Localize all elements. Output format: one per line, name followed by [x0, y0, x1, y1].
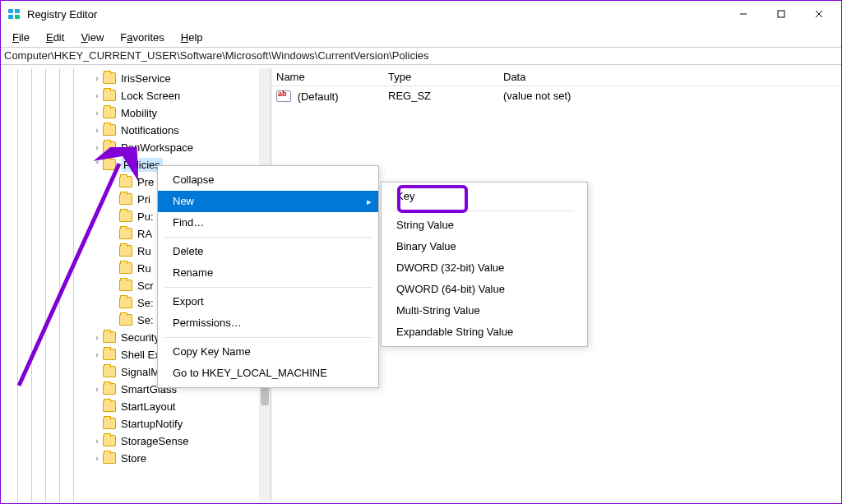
tree-node-irisservice[interactable]: ›IrisService	[2, 70, 259, 87]
folder-icon	[103, 90, 116, 101]
folder-icon	[103, 366, 116, 377]
svg-rect-0	[8, 9, 13, 13]
expand-icon[interactable]: ˅	[91, 156, 103, 173]
expand-icon[interactable]: ›	[91, 87, 103, 104]
tree-node-label: Store	[121, 452, 146, 465]
tree-node-label: Se:	[137, 297, 154, 309]
menu-favorites[interactable]: Favorites	[113, 30, 170, 45]
expand-icon[interactable]: ›	[91, 346, 103, 363]
tree-node-label: Ru	[137, 245, 151, 257]
menu-edit[interactable]: Edit	[39, 30, 71, 45]
context-menu-item-permissions-[interactable]: Permissions…	[158, 312, 378, 334]
menu-help[interactable]: Help	[174, 30, 210, 45]
tree-node-notifications[interactable]: ›Notifications	[2, 122, 259, 139]
tree-node-label: StorageSense	[121, 435, 188, 447]
expand-icon[interactable]: ›	[91, 122, 103, 139]
tree-node-label: Pu:	[137, 210, 154, 223]
folder-icon	[119, 280, 132, 291]
folder-icon	[103, 383, 116, 395]
context-menu-item-find-[interactable]: Find…	[158, 212, 378, 234]
address-bar[interactable]: Computer\HKEY_CURRENT_USER\Software\Micr…	[1, 47, 841, 65]
tree-node-label: Se:	[137, 314, 154, 326]
expand-icon[interactable]: ›	[91, 432, 103, 450]
folder-icon	[119, 245, 132, 257]
folder-icon	[103, 159, 116, 170]
titlebar[interactable]: Registry Editor	[1, 1, 841, 27]
folder-icon	[103, 331, 116, 343]
maximize-button[interactable]	[762, 2, 800, 26]
tree-node-label: IrisService	[121, 72, 171, 85]
tree-node-startupnotify[interactable]: StartupNotify	[2, 415, 259, 432]
context-menu-item-rename[interactable]: Rename	[158, 262, 378, 284]
context-menu-item-new[interactable]: New	[158, 191, 378, 212]
tree-node-label: StartupNotify	[121, 418, 183, 430]
tree-node-label: Pri	[137, 193, 150, 206]
folder-icon	[119, 210, 132, 222]
folder-icon	[119, 314, 132, 326]
folder-icon	[103, 452, 116, 464]
context-submenu-item-binary-value[interactable]: Binary Value	[382, 236, 587, 257]
context-menu-item-collapse[interactable]: Collapse	[158, 169, 378, 191]
tree-node-label: Ru	[137, 262, 151, 275]
tree-node-store[interactable]: ›Store	[2, 450, 259, 467]
context-menu-item-go-to-hkey-local-machine[interactable]: Go to HKEY_LOCAL_MACHINE	[158, 363, 378, 384]
expand-icon[interactable]: ›	[91, 104, 103, 122]
folder-icon	[119, 228, 132, 239]
folder-icon	[103, 141, 116, 153]
context-submenu-item-dword-32-bit-value[interactable]: DWORD (32-bit) Value	[382, 257, 587, 279]
svg-rect-2	[8, 15, 13, 19]
tree-node-label: StartLayout	[121, 400, 176, 413]
context-submenu-item-string-value[interactable]: String Value	[382, 215, 587, 236]
close-button[interactable]	[800, 2, 838, 26]
expand-icon[interactable]: ›	[91, 381, 103, 398]
regedit-icon	[7, 7, 21, 21]
menu-separator	[164, 287, 372, 288]
context-submenu-new: KeyString ValueBinary ValueDWORD (32-bit…	[381, 182, 588, 347]
tree-node-label: Lock Screen	[121, 90, 180, 102]
folder-icon	[103, 435, 116, 446]
menu-view[interactable]: View	[74, 30, 110, 45]
context-submenu-item-qword-64-bit-value[interactable]: QWORD (64-bit) Value	[382, 279, 587, 300]
minimize-button[interactable]	[724, 2, 762, 26]
value-data-cell: (value not set)	[498, 90, 840, 102]
svg-rect-5	[778, 11, 784, 17]
context-submenu-item-key[interactable]: Key	[382, 186, 587, 207]
window-title: Registry Editor	[27, 8, 97, 21]
tree-node-label: Scr	[137, 280, 154, 292]
folder-icon	[103, 107, 116, 118]
expand-icon[interactable]: ›	[91, 450, 103, 467]
context-menu-item-export[interactable]: Export	[158, 291, 378, 312]
expand-icon[interactable]: ›	[91, 139, 103, 156]
column-data[interactable]: Data	[498, 71, 840, 83]
expand-icon[interactable]: ›	[91, 70, 103, 87]
context-menu-item-copy-key-name[interactable]: Copy Key Name	[158, 341, 378, 363]
folder-icon	[103, 349, 116, 360]
context-submenu-item-expandable-string-value[interactable]: Expandable String Value	[382, 321, 587, 343]
column-name[interactable]: Name	[271, 71, 383, 83]
value-type-cell: REG_SZ	[383, 90, 498, 102]
menubar: File Edit View Favorites Help	[1, 27, 841, 47]
menu-separator	[395, 210, 574, 211]
column-type[interactable]: Type	[383, 71, 498, 83]
tree-node-mobility[interactable]: ›Mobility	[2, 104, 259, 122]
tree-node-lock-screen[interactable]: ›Lock Screen	[2, 87, 259, 104]
tree-node-startlayout[interactable]: StartLayout	[2, 398, 259, 415]
menu-file[interactable]: File	[6, 30, 36, 45]
tree-node-label: PenWorkspace	[121, 141, 193, 154]
context-menu: CollapseNewFind…DeleteRenameExportPermis…	[157, 165, 379, 388]
folder-icon	[119, 193, 132, 205]
context-submenu-item-multi-string-value[interactable]: Multi-String Value	[382, 300, 587, 321]
folder-icon	[103, 418, 116, 429]
svg-rect-1	[15, 9, 20, 13]
list-header[interactable]: Name Type Data	[271, 68, 840, 86]
folder-icon	[103, 124, 116, 136]
tree-node-storagesense[interactable]: ›StorageSense	[2, 432, 259, 450]
svg-rect-3	[15, 15, 20, 19]
menu-separator	[164, 337, 372, 338]
folder-icon	[119, 176, 132, 187]
tree-node-penworkspace[interactable]: ›PenWorkspace	[2, 139, 259, 156]
context-menu-item-delete[interactable]: Delete	[158, 241, 378, 262]
list-row[interactable]: (Default) REG_SZ (value not set)	[271, 86, 840, 104]
expand-icon[interactable]: ›	[91, 329, 103, 346]
value-name: (Default)	[298, 90, 339, 103]
